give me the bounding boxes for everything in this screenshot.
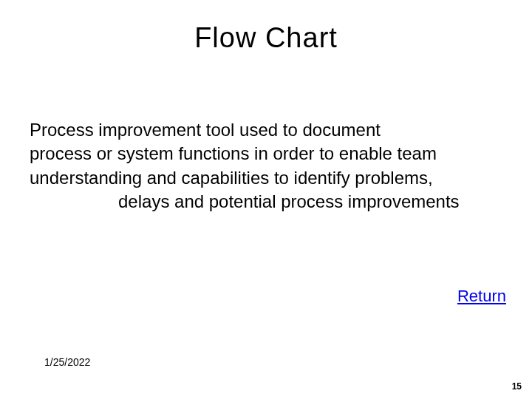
body-text-block: Process improvement tool used to documen… <box>30 118 510 214</box>
return-link[interactable]: Return <box>457 287 506 306</box>
body-line-2: process or system functions in order to … <box>30 142 510 166</box>
body-line-1: Process improvement tool used to documen… <box>30 118 510 142</box>
slide-title: Flow Chart <box>0 0 532 54</box>
footer-date: 1/25/2022 <box>44 356 90 368</box>
body-line-4: delays and potential process improvement… <box>30 190 510 214</box>
body-line-3: understanding and capabilities to identi… <box>30 166 510 190</box>
page-number: 15 <box>512 381 522 392</box>
